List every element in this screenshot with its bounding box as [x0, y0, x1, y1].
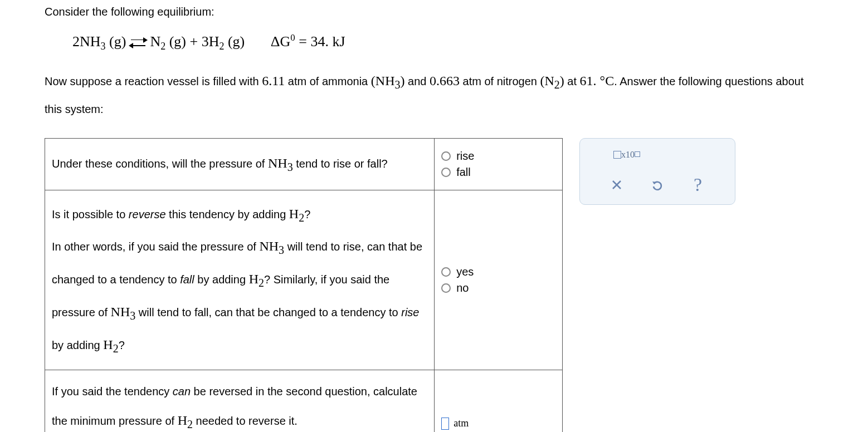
radio-rise[interactable]: rise — [441, 150, 555, 163]
sci-notation-button[interactable]: x10 — [613, 150, 640, 160]
q1-text: Under these conditions, will the pressur… — [45, 138, 435, 190]
table-row: Is it possible to reverse this tendency … — [45, 190, 563, 370]
radio-icon — [441, 267, 451, 277]
problem-statement: Now suppose a reaction vessel is filled … — [45, 66, 823, 121]
radio-label: no — [456, 282, 469, 294]
eq-reactant: 2NH3 (g) — [72, 33, 126, 50]
radio-label: rise — [456, 150, 474, 163]
radio-fall[interactable]: fall — [441, 166, 555, 179]
mantissa-box-icon — [613, 151, 621, 159]
radio-label: yes — [456, 266, 474, 278]
intro-text: Consider the following equilibrium: — [45, 6, 823, 18]
eq-product2: 3H2 (g) — [202, 33, 245, 50]
radio-icon — [441, 168, 451, 177]
equilibrium-arrow-icon — [130, 38, 147, 48]
radio-icon — [441, 151, 451, 161]
q2-text: Is it possible to reverse this tendency … — [45, 190, 435, 370]
radio-no[interactable]: no — [441, 282, 555, 294]
help-button[interactable]: ? — [690, 176, 706, 193]
q3-text: If you said the tendency can be reversed… — [45, 370, 435, 432]
pressure-input[interactable] — [441, 418, 449, 430]
eq-product1: N2 (g) — [150, 33, 186, 50]
unit-label: atm — [453, 418, 469, 429]
exponent-box-icon — [635, 151, 640, 157]
radio-icon — [441, 283, 451, 293]
question-mark-icon: ? — [694, 174, 702, 195]
undo-icon — [651, 178, 664, 192]
table-row: If you said the tendency can be reversed… — [45, 370, 563, 432]
table-row: Under these conditions, will the pressur… — [45, 138, 563, 190]
reset-button[interactable] — [649, 176, 666, 193]
radio-label: fall — [456, 166, 471, 179]
radio-yes[interactable]: yes — [441, 266, 555, 278]
equation: 2NH3 (g) N2 (g) + 3H2 (g) ΔG0 = 34. kJ — [72, 32, 823, 52]
questions-table: Under these conditions, will the pressur… — [45, 138, 563, 432]
toolbox: x10 ? — [579, 138, 735, 205]
delta-g: ΔG0 = 34. kJ — [271, 33, 345, 50]
clear-button[interactable] — [608, 176, 625, 193]
pressure-input-row: atm — [441, 418, 555, 430]
close-icon — [611, 179, 623, 191]
